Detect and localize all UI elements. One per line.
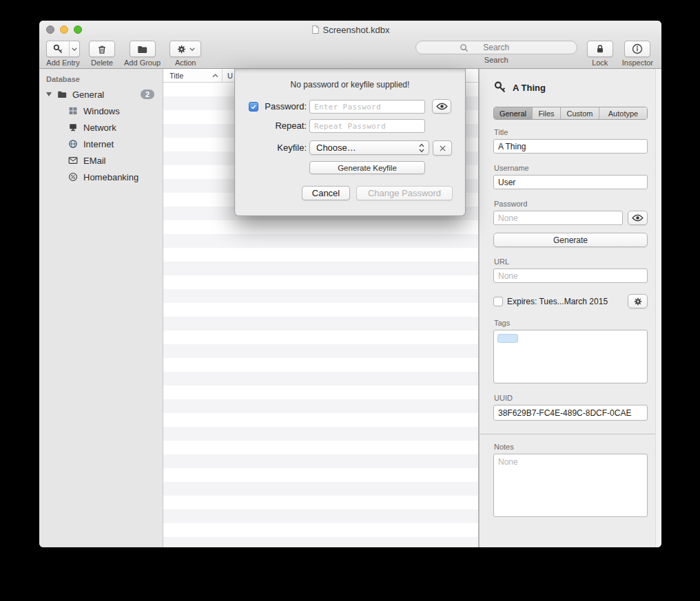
toolbar: Add Entry Delete Add Group xyxy=(39,39,661,69)
add-entry-button[interactable] xyxy=(46,41,80,57)
uuid-field[interactable] xyxy=(493,405,648,421)
table-row[interactable] xyxy=(163,275,478,289)
expires-label: Expires: Tues...March 2015 xyxy=(507,297,608,306)
inspector-tabs: General Files Custom Autotype xyxy=(493,107,648,120)
folder-icon xyxy=(136,44,148,54)
table-row[interactable] xyxy=(163,344,478,358)
reveal-password-button[interactable] xyxy=(432,99,451,114)
key-icon xyxy=(493,81,507,94)
delete-button[interactable] xyxy=(89,41,115,57)
tab-custom[interactable]: Custom xyxy=(560,107,599,119)
table-row[interactable] xyxy=(163,303,478,317)
sheet-repeat-input[interactable] xyxy=(309,119,425,133)
sidebar-item-network[interactable]: Network xyxy=(39,119,163,136)
sidebar-item-internet[interactable]: Internet xyxy=(39,136,163,152)
entry-title: A Thing xyxy=(513,83,546,93)
expires-checkbox[interactable] xyxy=(493,297,503,306)
tab-autotype[interactable]: Autotype xyxy=(599,107,647,119)
table-row[interactable] xyxy=(163,523,478,537)
search-icon xyxy=(460,43,469,52)
add-entry-dropdown[interactable] xyxy=(69,41,80,57)
table-row[interactable] xyxy=(163,399,478,413)
table-row[interactable] xyxy=(163,413,478,427)
table-row[interactable] xyxy=(163,386,478,399)
group-badge: 2 xyxy=(141,89,154,99)
eye-icon xyxy=(436,103,448,110)
table-row[interactable] xyxy=(163,468,478,482)
gear-icon xyxy=(176,44,187,54)
reveal-password-button[interactable] xyxy=(628,211,648,225)
url-field[interactable] xyxy=(493,268,648,283)
inspector-button[interactable] xyxy=(624,41,650,57)
document-icon xyxy=(311,25,320,34)
generate-password-button[interactable]: Generate xyxy=(493,233,648,247)
password-field[interactable] xyxy=(493,211,623,225)
table-row[interactable] xyxy=(163,330,478,344)
password-checkbox[interactable] xyxy=(249,102,258,112)
column-header-title[interactable]: Title xyxy=(163,69,223,82)
popup-stepper-icon xyxy=(419,143,424,153)
disclosure-triangle-icon[interactable] xyxy=(46,92,52,96)
add-group-button[interactable] xyxy=(130,41,156,57)
lock-button[interactable] xyxy=(587,41,613,57)
table-row[interactable] xyxy=(163,441,478,454)
table-row[interactable] xyxy=(163,220,478,234)
table-row[interactable] xyxy=(163,262,478,275)
sidebar-item-label: EMail xyxy=(83,156,106,166)
sidebar-item-windows[interactable]: Windows xyxy=(39,103,163,119)
username-field-label: Username xyxy=(494,164,648,172)
table-row[interactable] xyxy=(163,289,478,303)
monitor-icon xyxy=(67,122,79,133)
uuid-label: UUID xyxy=(494,394,648,402)
sidebar-section-header: Database xyxy=(39,69,163,86)
tags-field[interactable] xyxy=(493,330,648,383)
table-row[interactable] xyxy=(163,496,478,509)
generate-keyfile-button[interactable]: Generate Keyfile xyxy=(309,161,425,174)
sort-ascending-icon xyxy=(212,74,218,78)
table-row[interactable] xyxy=(163,317,478,330)
table-row[interactable] xyxy=(163,454,478,468)
sheet-message: No password or keyfile supplied! xyxy=(235,80,465,89)
window-chrome: Screenshot.kdbx Add Entry xyxy=(39,21,661,69)
lock-icon xyxy=(595,43,606,54)
tab-general[interactable]: General xyxy=(494,107,532,119)
clear-keyfile-button[interactable] xyxy=(433,140,452,156)
sheet-password-input[interactable] xyxy=(309,100,425,114)
title-field[interactable] xyxy=(493,139,648,154)
inspector-header: A Thing xyxy=(493,78,648,96)
title-field-label: Title xyxy=(494,128,648,136)
tags-label: Tags xyxy=(494,319,648,327)
titlebar[interactable]: Screenshot.kdbx xyxy=(39,21,661,39)
search-input[interactable] xyxy=(415,41,577,54)
keyfile-popup-button[interactable]: Choose… xyxy=(309,140,429,155)
add-group-toolbar-item: Add Group xyxy=(124,41,161,67)
desktop-background: Screenshot.kdbx Add Entry xyxy=(0,0,700,601)
table-row[interactable] xyxy=(163,537,478,547)
sidebar-item-email[interactable]: EMail xyxy=(39,152,163,169)
lock-label: Lock xyxy=(592,59,608,67)
table-row[interactable] xyxy=(163,509,478,523)
change-password-button[interactable]: Change Password xyxy=(356,186,453,200)
tab-files[interactable]: Files xyxy=(532,107,560,119)
expires-settings-button[interactable] xyxy=(628,294,648,308)
action-button[interactable] xyxy=(169,41,201,57)
sidebar-group-general[interactable]: General 2 xyxy=(39,86,163,103)
inspector-scrollbar[interactable] xyxy=(655,69,661,547)
notes-field[interactable] xyxy=(493,454,648,517)
table-row[interactable] xyxy=(163,372,478,386)
change-password-sheet: No password or keyfile supplied! Passwor… xyxy=(234,69,466,216)
sidebar-item-homebanking[interactable]: Homebanking xyxy=(39,169,163,185)
table-row[interactable] xyxy=(163,248,478,262)
table-row[interactable] xyxy=(163,427,478,441)
check-icon xyxy=(250,103,257,110)
gear-icon xyxy=(633,297,643,306)
eye-icon xyxy=(632,214,644,222)
cancel-button[interactable]: Cancel xyxy=(302,186,350,200)
tag-token[interactable] xyxy=(497,334,518,343)
table-row[interactable] xyxy=(163,358,478,372)
table-row[interactable] xyxy=(163,234,478,248)
table-row[interactable] xyxy=(163,482,478,496)
username-field[interactable] xyxy=(493,175,648,189)
key-icon[interactable] xyxy=(46,41,69,57)
sheet-keyfile-label: Keyfile: xyxy=(262,140,307,156)
